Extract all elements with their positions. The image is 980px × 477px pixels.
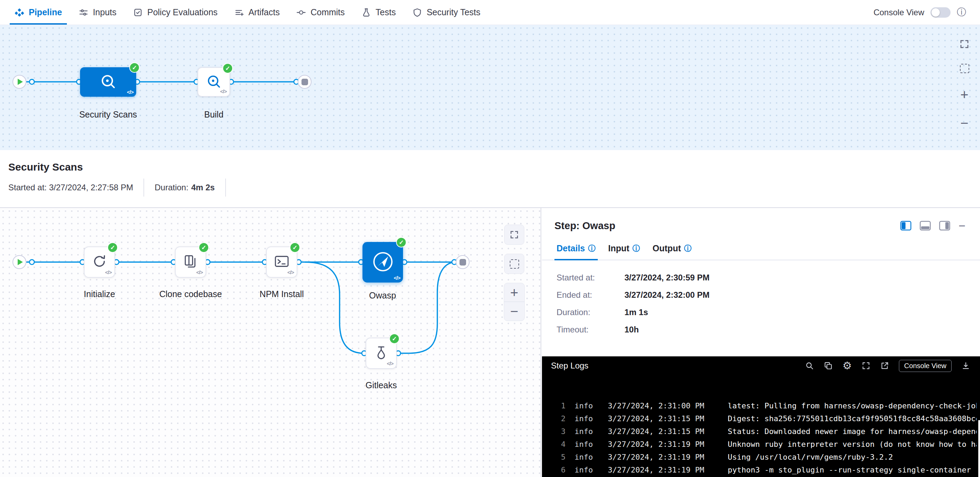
detail-label: Duration: <box>557 308 624 317</box>
stage-started-at: Started at: 3/27/2024, 2:27:58 PM <box>8 183 133 192</box>
layout-bottom-icon[interactable] <box>920 221 931 231</box>
tab-commits[interactable]: Commits <box>288 0 353 25</box>
success-badge: ✓ <box>389 333 399 344</box>
step-logs-body[interactable]: 1 info 3/27/2024, 2:31:00 PM latest: Pul… <box>542 375 980 477</box>
step-label[interactable]: Clone codebase <box>159 289 222 299</box>
step-label[interactable]: Initialize <box>84 289 115 299</box>
gear-icon[interactable]: ⚙ <box>842 361 852 371</box>
external-link-icon[interactable] <box>880 361 889 370</box>
success-badge: ✓ <box>396 237 406 247</box>
tab-pipeline[interactable]: Pipeline <box>6 0 70 25</box>
log-message: latest: Pulling from harness/owasp-depen… <box>728 399 977 412</box>
zoom-in-button[interactable]: + <box>960 88 968 102</box>
step-logs-toolbar: ⚙ Console View <box>805 360 970 372</box>
log-line-number: 6 <box>552 463 566 476</box>
step-graph-canvas[interactable]: </> ✓ Initialize </> ✓ Clone codebase </… <box>0 208 541 477</box>
stage-duration-label: Duration: <box>154 183 188 192</box>
stage-label[interactable]: Security Scans <box>80 110 137 120</box>
layout-split-left-icon[interactable] <box>900 221 912 231</box>
tab-label: Input <box>608 243 629 254</box>
step-node-npm-install[interactable]: </> ✓ <box>266 246 298 278</box>
info-icon[interactable]: ⓘ <box>957 8 966 17</box>
log-level: info <box>574 438 599 451</box>
nav-right: Console View ⓘ <box>873 0 966 25</box>
console-view-button[interactable]: Console View <box>899 360 951 372</box>
copy-icon[interactable] <box>824 361 833 370</box>
log-level: info <box>574 451 599 463</box>
step-label[interactable]: Gitleaks <box>366 380 397 390</box>
detail-value: 10h <box>624 325 967 335</box>
zoom-in-button[interactable]: + <box>504 283 524 302</box>
logs-scrollbar[interactable] <box>978 420 980 477</box>
log-level: info <box>574 425 599 438</box>
step-node-owasp[interactable]: </> ✓ <box>363 242 403 282</box>
marquee-select-button[interactable] <box>504 254 524 274</box>
log-timestamp: 3/27/2024, 2:31:15 PM <box>608 425 719 438</box>
tab-details[interactable]: Details ⓘ <box>550 243 602 260</box>
initialize-icon <box>91 254 107 271</box>
download-icon[interactable] <box>961 361 970 370</box>
marquee-icon <box>960 64 969 73</box>
console-view-toggle[interactable] <box>931 7 951 18</box>
tab-security-tests[interactable]: Security Tests <box>404 0 488 25</box>
flask-icon <box>361 8 371 18</box>
stage-title: Security Scans <box>8 161 980 173</box>
zoom-out-button[interactable]: − <box>504 302 524 321</box>
tab-artifacts[interactable]: Artifacts <box>226 0 288 25</box>
marquee-select-button[interactable] <box>960 64 969 73</box>
step-label[interactable]: Owasp <box>369 290 396 300</box>
step-canvas-controls: + − <box>504 225 525 321</box>
zoom-controls: + − <box>504 283 525 321</box>
layout-right-icon[interactable] <box>939 221 950 231</box>
log-line: 4 info 3/27/2024, 2:31:19 PM Unknown rub… <box>552 438 977 451</box>
log-message: Digest: sha256:7755011cdb13caf9f95051f8c… <box>728 412 977 425</box>
code-glyph: </> <box>105 270 111 275</box>
top-navigation: Pipeline Inputs Policy Evaluations Artif… <box>0 0 980 25</box>
inputs-icon <box>79 8 88 18</box>
log-line: 1 info 3/27/2024, 2:31:00 PM latest: Pul… <box>552 399 977 412</box>
tab-label: Output <box>652 243 681 254</box>
log-line-number: 5 <box>552 451 566 463</box>
detail-value: 3/27/2024, 2:30:59 PM <box>624 273 967 282</box>
stage-info-bar: Security Scans Started at: 3/27/2024, 2:… <box>0 150 980 208</box>
owasp-plane-icon <box>372 251 394 274</box>
stop-icon <box>301 79 308 85</box>
clone-codebase-icon <box>183 254 199 271</box>
log-line-number: 2 <box>552 412 566 425</box>
zoom-out-button[interactable]: − <box>960 116 968 130</box>
stage-node-security-scans[interactable]: </> ✓ <box>80 67 136 97</box>
collapse-panel-button[interactable]: − <box>959 220 966 231</box>
stage-label[interactable]: Build <box>204 110 224 120</box>
stage-connectors <box>0 25 980 150</box>
stage-node-build[interactable]: </> ✓ <box>197 67 230 97</box>
step-node-clone-codebase[interactable]: </> ✓ <box>175 246 206 278</box>
step-node-gitleaks[interactable]: </> ✓ <box>366 338 397 369</box>
fullscreen-button[interactable] <box>504 225 524 245</box>
pipeline-execution-page: Pipeline Inputs Policy Evaluations Artif… <box>0 0 980 477</box>
tab-input[interactable]: Input ⓘ <box>602 243 646 260</box>
tab-tests[interactable]: Tests <box>353 0 404 25</box>
stage-graph-canvas[interactable]: </> ✓ Security Scans </> ✓ Build + − <box>0 25 980 150</box>
step-node-initialize[interactable]: </> ✓ <box>84 246 115 278</box>
tab-policy-evaluations[interactable]: Policy Evaluations <box>125 0 226 25</box>
log-message: Using /usr/local/rvm/gems/ruby-3.2.2 <box>728 451 977 463</box>
stage-duration-value: 4m 2s <box>191 183 215 192</box>
tab-label: Pipeline <box>29 7 62 18</box>
success-badge: ✓ <box>199 242 209 253</box>
code-glyph: </> <box>127 89 134 95</box>
step-label[interactable]: NPM Install <box>259 289 304 299</box>
detail-value: 1m 1s <box>624 308 967 317</box>
detail-value: 3/27/2024, 2:32:00 PM <box>624 290 967 300</box>
tab-output[interactable]: Output ⓘ <box>646 243 698 260</box>
expand-icon[interactable] <box>861 361 870 370</box>
step-details-grid: Started at: 3/27/2024, 2:30:59 PM Ended … <box>542 260 980 335</box>
tab-label: Security Tests <box>426 7 480 18</box>
tab-inputs[interactable]: Inputs <box>70 0 125 25</box>
divider <box>143 179 144 196</box>
info-icon: ⓘ <box>632 245 640 252</box>
success-badge: ✓ <box>129 62 140 73</box>
success-badge: ✓ <box>290 242 300 253</box>
fullscreen-button[interactable] <box>959 39 970 49</box>
search-icon[interactable] <box>805 361 814 370</box>
step-details-panel: Step: Owasp − Details ⓘ Input <box>542 208 980 477</box>
